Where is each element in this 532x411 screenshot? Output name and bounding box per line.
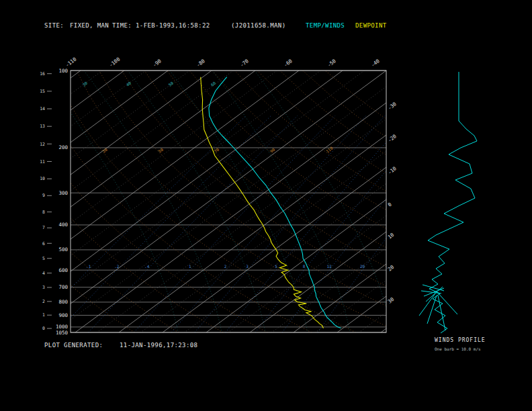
- svg-text:-60: -60: [283, 58, 294, 68]
- mixing-ratio-lines: [27, 116, 484, 332]
- svg-text:50: 50: [167, 81, 174, 87]
- svg-text:300: 300: [58, 190, 68, 196]
- svg-text:200: 200: [58, 144, 68, 150]
- svg-text:16: 16: [40, 71, 45, 77]
- svg-text:10: 10: [387, 232, 396, 240]
- file-id: (J2011658.MAN): [231, 22, 285, 29]
- svg-text:.4: .4: [144, 264, 150, 269]
- svg-text:1: 1: [189, 264, 191, 269]
- svg-text:12: 12: [327, 264, 332, 269]
- svg-text:-10: -10: [387, 165, 398, 176]
- svg-text:-20: -20: [387, 133, 398, 144]
- svg-text:1: 1: [42, 312, 45, 318]
- svg-text:-80: -80: [195, 58, 207, 68]
- svg-text:3: 3: [246, 264, 249, 269]
- svg-text:900: 900: [58, 312, 68, 318]
- wind-profile: [419, 72, 477, 333]
- svg-text:5: 5: [42, 256, 45, 261]
- svg-text:20: 20: [387, 264, 396, 273]
- svg-text:8: 8: [303, 264, 306, 269]
- svg-text:0: 0: [42, 326, 45, 331]
- svg-text:-90: -90: [152, 58, 163, 68]
- svg-text:110: 110: [325, 145, 334, 153]
- svg-text:15: 15: [40, 89, 45, 94]
- plot-frame: [71, 71, 386, 332]
- svg-text:-70: -70: [239, 58, 251, 68]
- site-label: SITE:: [44, 22, 64, 29]
- temp-trace: [209, 77, 341, 328]
- dry-adiabats: [0, 71, 532, 332]
- svg-text:13: 13: [40, 124, 45, 129]
- svg-text:500: 500: [58, 246, 68, 253]
- svg-text:1050: 1050: [56, 330, 69, 336]
- isotherms-minor: [0, 71, 532, 332]
- height-axis: 012345678910111213141516: [40, 71, 52, 331]
- svg-text:700: 700: [58, 284, 68, 290]
- svg-text:3: 3: [42, 285, 45, 290]
- svg-text:8: 8: [42, 210, 45, 215]
- pressure-grid: 10020030040050060070080090010001050: [56, 68, 386, 336]
- svg-text:60: 60: [210, 81, 216, 87]
- svg-text:30: 30: [81, 81, 88, 87]
- svg-text:9: 9: [42, 193, 45, 198]
- svg-text:6: 6: [42, 241, 45, 246]
- plot-generated-value: 11-JAN-1996,17:23:08: [120, 342, 197, 349]
- dewpoint-legend: DEWPOINT: [355, 22, 387, 29]
- svg-text:0: 0: [387, 201, 393, 208]
- svg-text:5: 5: [275, 264, 277, 269]
- svg-text:-50: -50: [326, 58, 338, 68]
- svg-text:-30: -30: [387, 101, 398, 111]
- svg-text:40: 40: [125, 81, 132, 87]
- site-value: FIXED, MAN: [70, 22, 109, 29]
- svg-text:12: 12: [40, 142, 45, 147]
- winds-profile-legend: One barb = 10.0 m/s: [435, 347, 481, 351]
- plot-generated-label: PLOT GENERATED:: [44, 342, 103, 349]
- winds-profile-title: WINDS PROFILE: [435, 337, 486, 343]
- svg-text:2: 2: [224, 264, 227, 269]
- time-value: 1-FEB-1993,16:58:22: [136, 22, 210, 29]
- svg-text:10: 10: [40, 176, 45, 181]
- svg-text:-110: -110: [64, 56, 78, 68]
- svg-text:800: 800: [58, 299, 68, 305]
- svg-text:-40: -40: [370, 58, 382, 68]
- svg-text:30: 30: [387, 296, 396, 305]
- svg-text:.2: .2: [114, 264, 120, 269]
- svg-text:2: 2: [42, 299, 45, 304]
- svg-text:400: 400: [58, 222, 68, 228]
- time-label: TIME:: [112, 22, 132, 29]
- svg-text:100: 100: [58, 68, 68, 74]
- skewt-screen: 1002003004005006007008009001000105001234…: [0, 0, 532, 411]
- svg-text:600: 600: [58, 267, 68, 273]
- temp-winds-legend: TEMP/WINDS: [306, 22, 345, 29]
- svg-text:14: 14: [40, 106, 45, 111]
- svg-text:7: 7: [42, 225, 45, 230]
- svg-text:11: 11: [40, 159, 45, 165]
- svg-text:-100: -100: [108, 56, 122, 68]
- isotherms: [0, 71, 532, 332]
- svg-text:20: 20: [360, 264, 365, 269]
- svg-text:.1: .1: [86, 264, 91, 269]
- svg-text:4: 4: [42, 271, 45, 276]
